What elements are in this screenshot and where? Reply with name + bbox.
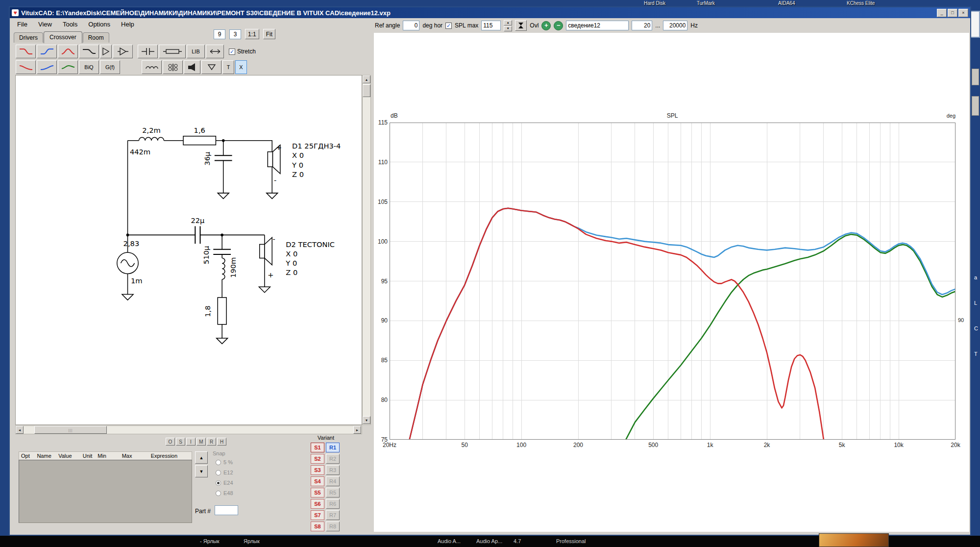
variant-r1-button[interactable]: R1 — [326, 443, 340, 452]
photo-preview[interactable] — [819, 533, 889, 547]
transfer-function-button[interactable]: G(f) — [100, 60, 120, 74]
move-down-button[interactable]: ▼ — [195, 465, 208, 477]
ref-angle-input[interactable] — [403, 21, 419, 30]
scroll-right-icon[interactable]: ► — [353, 426, 361, 434]
fit-button[interactable]: Fit — [263, 29, 275, 39]
stretch-checkbox[interactable]: ✓ — [229, 49, 235, 55]
transformer-button[interactable] — [163, 60, 183, 74]
overlay-remove-button[interactable]: − — [554, 21, 563, 30]
variant-r2-button[interactable]: R2 — [326, 454, 340, 464]
menu-help[interactable]: Help — [116, 19, 140, 29]
lowpass-red-button[interactable] — [16, 45, 36, 58]
freq-max-input[interactable] — [663, 21, 687, 30]
snap-option-5%[interactable]: 5 % — [216, 459, 233, 465]
resistor-R1[interactable] — [183, 136, 216, 145]
variant-r3-button[interactable]: R3 — [326, 465, 340, 475]
snap-option-E48[interactable]: E48 — [216, 490, 233, 496]
inductor-button[interactable] — [142, 60, 162, 74]
tab-crossover[interactable]: Crossover — [44, 31, 82, 43]
desktop-icon-label[interactable]: TurMark — [697, 0, 715, 6]
maximize-button[interactable]: □ — [948, 9, 957, 17]
highpass2-blue-button[interactable] — [37, 60, 57, 74]
capacitor-button[interactable] — [138, 45, 158, 58]
scroll-down-icon[interactable]: ▼ — [363, 416, 370, 424]
variant-r8-button[interactable]: R8 — [326, 522, 340, 531]
menu-options[interactable]: Options — [83, 19, 116, 29]
overlay-name-input[interactable] — [566, 21, 629, 30]
capacitor-C1[interactable] — [215, 155, 232, 160]
variant-r4-button[interactable]: R4 — [326, 476, 340, 486]
menu-tools[interactable]: Tools — [57, 19, 83, 29]
scroll-up-icon[interactable]: ▲ — [363, 75, 370, 83]
variant-s6-button[interactable]: S6 — [311, 499, 324, 509]
auto-scale-button[interactable] — [515, 20, 527, 31]
variant-s2-button[interactable]: S2 — [311, 454, 324, 464]
schematic-tool-m-button[interactable]: M — [196, 438, 206, 446]
taskbar-item[interactable]: Professional — [556, 538, 586, 544]
schematic-tool-s-button[interactable]: S — [176, 438, 185, 446]
vertical-scroll-thumb[interactable] — [363, 84, 370, 97]
bandpass-red-button[interactable] — [58, 45, 78, 58]
taskbar-item[interactable]: Ярлык — [244, 538, 260, 544]
stretch-arrow-button[interactable] — [206, 45, 224, 58]
stretch-checkbox-row[interactable]: ✓ Stretch — [229, 48, 256, 55]
tab-drivers[interactable]: Drivers — [14, 32, 43, 43]
invert-polarity-button[interactable] — [201, 60, 221, 74]
variant-s4-button[interactable]: S4 — [311, 476, 324, 486]
biquad-button[interactable]: BiQ — [79, 60, 99, 74]
grid-cols-input[interactable] — [214, 29, 225, 39]
spinner-up-button[interactable]: ▲ — [504, 20, 512, 25]
variant-s8-button[interactable]: S8 — [311, 522, 324, 531]
text-tool-button[interactable]: T — [222, 60, 234, 74]
parameter-table-body[interactable] — [19, 460, 192, 523]
variant-s1-button[interactable]: S1 — [311, 443, 324, 452]
variant-s5-button[interactable]: S5 — [311, 488, 324, 497]
spl-max-input[interactable] — [481, 21, 501, 30]
horizontal-scroll-thumb[interactable]: ||| — [34, 426, 107, 434]
minimize-button[interactable]: _ — [937, 9, 947, 17]
inductor-L1[interactable] — [139, 137, 164, 140]
variant-s3-button[interactable]: S3 — [311, 465, 324, 475]
desktop-icon-label[interactable]: Hard Disk — [644, 0, 665, 6]
amplifier-button[interactable] — [113, 45, 133, 58]
buffer-button[interactable] — [100, 45, 112, 58]
schematic-vertical-scrollbar[interactable]: ▲ ▼ — [362, 75, 371, 425]
freq-min-input[interactable] — [632, 21, 652, 30]
delete-tool-button[interactable]: X — [235, 60, 247, 74]
taskbar-item[interactable]: - Ярлык — [200, 538, 220, 544]
part-number-input[interactable] — [215, 505, 238, 515]
shelf-filter-button[interactable] — [79, 45, 99, 58]
variant-r5-button[interactable]: R5 — [326, 488, 340, 497]
close-button[interactable]: × — [958, 9, 968, 17]
desktop-icon-label[interactable]: AIDA64 — [778, 0, 795, 6]
schematic-tool-r-button[interactable]: R — [207, 438, 216, 446]
driver-D2[interactable] — [260, 237, 272, 265]
move-up-button[interactable]: ▲ — [195, 451, 208, 464]
driver-button[interactable] — [184, 60, 200, 74]
scroll-left-icon[interactable]: ◄ — [16, 426, 24, 434]
taskbar-item[interactable]: Audio Ap... — [476, 538, 502, 544]
tab-room[interactable]: Room — [83, 32, 109, 43]
taskbar-item[interactable]: 4.7 — [514, 538, 521, 544]
inductor-L2[interactable] — [222, 258, 225, 279]
schematic-tool-o-button[interactable]: O — [166, 438, 175, 446]
desktop-icon-label[interactable]: KChess Elite — [847, 0, 875, 6]
schematic-horizontal-scrollbar[interactable]: ◄ ||| ► — [15, 425, 362, 434]
variant-r6-button[interactable]: R6 — [326, 499, 340, 509]
grid-rows-input[interactable] — [229, 29, 241, 39]
response-green-button[interactable] — [58, 60, 78, 74]
highpass-blue-button[interactable] — [37, 45, 57, 58]
menu-view[interactable]: View — [33, 19, 57, 29]
schematic-tool-h-button[interactable]: H — [217, 438, 226, 446]
spl-max-checkbox[interactable]: ✓ — [445, 23, 452, 29]
spinner-down-button[interactable]: ▼ — [504, 26, 512, 31]
titlebar[interactable]: ♥ VituixCAD: E:\YandexDisk\СЕМЕЙНОЕ\ДИНА… — [10, 7, 970, 18]
schematic-canvas[interactable]: 2,2m 442m 1,6 36µ + - D1 25ГДН3-4 X 0 Y … — [15, 75, 362, 425]
snap-option-E24[interactable]: E24 — [216, 480, 233, 486]
snap-option-E12[interactable]: E12 — [216, 470, 233, 475]
overlay-add-button[interactable]: + — [541, 21, 551, 30]
resistor-R2[interactable] — [218, 298, 226, 324]
signal-source[interactable] — [117, 252, 138, 274]
variant-s7-button[interactable]: S7 — [311, 510, 324, 520]
menu-file[interactable]: File — [12, 19, 33, 29]
